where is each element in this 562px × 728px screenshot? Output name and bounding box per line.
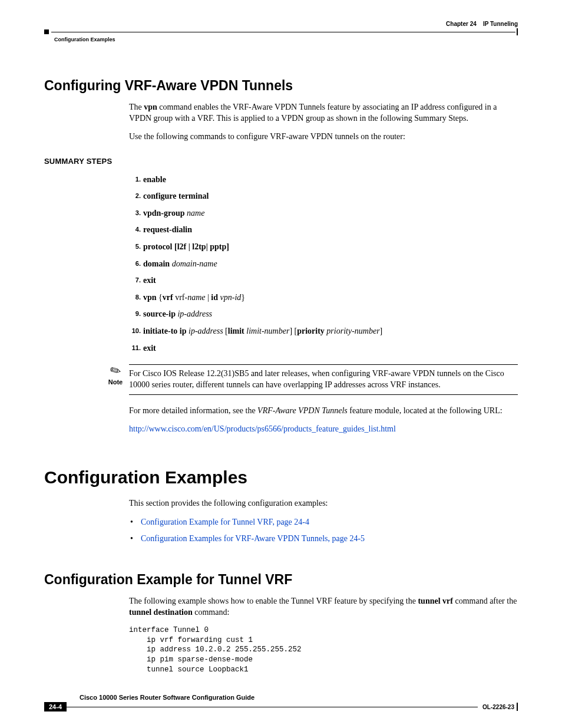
note-block: ✎ Note For Cisco IOS Release 12.2(31)SB5… [102,364,518,395]
note-label: Note [102,378,129,386]
step-3: vpdn-group name [143,207,518,219]
tunnel-vrf-para: The following example shows how to enabl… [129,596,518,618]
footer-guide-title: Cisco 10000 Series Router Software Confi… [80,694,518,701]
pencil-icon: ✎ [108,363,124,379]
config-code-block: interface Tunnel 0 ip vrf forwarding cus… [129,625,518,675]
header-ornament-end [517,28,518,35]
step-6: domain domain-name [143,258,518,270]
step-9: source-ip ip-address [143,308,518,320]
section-breadcrumb: Configuration Examples [54,37,518,42]
step-8: vpn {vrf vrf-name | id vpn-id} [143,292,518,304]
step-10: initiate-to ip ip-address [limit limit-n… [143,325,518,337]
step-5: protocol [l2f | l2tp| pptp] [143,241,518,253]
feature-guide-link[interactable]: http://www.cisco.com/en/US/products/ps65… [129,424,396,433]
list-item: Configuration Examples for VRF-Aware VPD… [141,533,518,545]
more-info-para: For more detailed information, see the V… [129,406,518,417]
chapter-header: Chapter 24 IP Tunneling [44,21,518,27]
header-rule [44,28,518,35]
section-heading-tunnel-vrf: Configuration Example for Tunnel VRF [44,572,518,588]
section-heading-examples: Configuration Examples [44,467,518,487]
step-7: exit [143,275,518,286]
section-heading-vpdn: Configuring VRF-Aware VPDN Tunnels [44,78,518,94]
page-number: 24-4 [44,702,67,711]
note-text: For Cisco IOS Release 12.2(31)SB5 and la… [129,364,518,395]
page-footer: Cisco 10000 Series Router Software Confi… [44,694,518,711]
example-links-list: Configuration Example for Tunnel VRF, pa… [129,516,518,545]
intro-para-2: Use the following commands to configure … [129,131,518,143]
example-link-vpdn[interactable]: Configuration Examples for VRF-Aware VPD… [141,534,365,543]
list-item: Configuration Example for Tunnel VRF, pa… [141,516,518,528]
chapter-label: Chapter 24 [446,21,477,27]
summary-steps-list: enable configure terminal vpdn-group nam… [129,174,518,354]
example-link-tunnel-vrf[interactable]: Configuration Example for Tunnel VRF, pa… [141,518,309,526]
step-11: exit [143,342,518,354]
footer-ornament [517,703,518,711]
examples-intro: This section provides the following conf… [129,498,518,509]
chapter-title: IP Tunneling [483,21,518,27]
step-1: enable [143,174,518,186]
step-2: configure terminal [143,190,518,202]
header-ornament-start [44,29,49,34]
summary-steps-heading: SUMMARY STEPS [44,157,518,166]
step-4: request-dialin [143,224,518,236]
intro-para-1: The vpn command enables the VRF-Aware VP… [129,102,518,124]
footer-doc-id: OL-2226-23 [482,704,514,710]
